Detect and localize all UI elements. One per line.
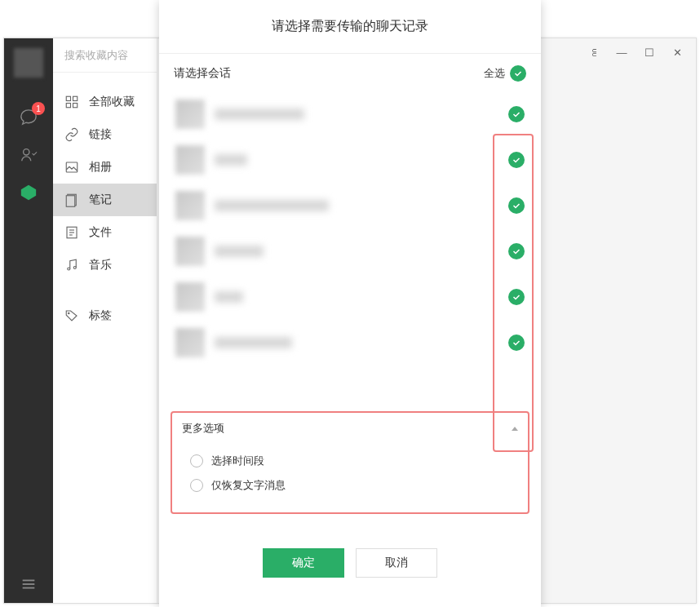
contacts-icon[interactable] <box>4 136 53 174</box>
svg-point-16 <box>73 267 76 269</box>
conversation-name <box>215 200 329 211</box>
svg-point-0 <box>24 149 29 155</box>
conversation-item[interactable] <box>171 137 529 183</box>
close-button[interactable]: ✕ <box>663 42 691 63</box>
check-icon[interactable] <box>508 152 525 168</box>
cat-label: 全部收藏 <box>89 95 135 109</box>
chat-icon[interactable]: 1 <box>4 99 53 136</box>
chevron-up-icon <box>512 427 518 431</box>
main-sidebar: 1 <box>4 38 53 603</box>
svg-rect-8 <box>66 162 78 172</box>
transfer-modal: 请选择需要传输的聊天记录 请选择会话 全选 <box>159 0 541 607</box>
option-text-only[interactable]: 仅恢复文字消息 <box>182 473 518 498</box>
cat-tags[interactable]: 标签 <box>53 299 157 332</box>
svg-rect-10 <box>66 196 75 207</box>
cat-label: 音乐 <box>89 258 112 272</box>
avatar <box>175 282 205 312</box>
pin-button[interactable]: ⫕ <box>580 42 608 63</box>
conversation-name <box>215 246 264 257</box>
conversation-item[interactable] <box>171 91 529 137</box>
avatar <box>175 237 205 266</box>
radio-icon <box>190 479 203 492</box>
avatar <box>175 328 205 357</box>
avatar <box>175 191 205 220</box>
maximize-button[interactable]: ☐ <box>636 42 663 63</box>
svg-rect-6 <box>66 104 70 108</box>
favorites-icon[interactable] <box>4 174 53 211</box>
conversation-name <box>215 337 292 348</box>
cancel-button[interactable]: 取消 <box>356 548 437 578</box>
cat-photos[interactable]: 相册 <box>53 151 157 184</box>
check-icon[interactable] <box>508 335 525 351</box>
radio-icon <box>190 454 203 467</box>
conversation-list <box>171 91 529 401</box>
svg-rect-7 <box>73 104 78 108</box>
check-icon[interactable] <box>508 289 525 305</box>
conversation-name <box>215 109 304 120</box>
modal-title: 请选择需要传输的聊天记录 <box>159 0 541 54</box>
avatar <box>175 145 205 175</box>
avatar <box>175 100 205 129</box>
svg-rect-5 <box>73 96 78 100</box>
more-options-panel: 更多选项 选择时间段 仅恢复文字消息 <box>171 411 529 514</box>
select-conversation-label: 请选择会话 <box>174 66 231 81</box>
select-all-toggle[interactable]: 全选 <box>484 65 526 82</box>
cat-label: 链接 <box>89 127 112 142</box>
check-icon[interactable] <box>508 243 525 259</box>
option-time-range[interactable]: 选择时间段 <box>182 449 518 473</box>
svg-point-17 <box>69 312 70 314</box>
chat-badge: 1 <box>32 102 45 115</box>
cat-files[interactable]: 文件 <box>53 216 157 249</box>
check-icon <box>510 65 526 82</box>
conversation-name <box>215 291 243 303</box>
cat-music[interactable]: 音乐 <box>53 249 157 281</box>
confirm-button[interactable]: 确定 <box>263 548 344 578</box>
cat-all[interactable]: 全部收藏 <box>53 86 157 118</box>
svg-rect-4 <box>66 96 70 100</box>
cat-label: 相册 <box>89 160 112 175</box>
search-input[interactable]: 搜索收藏内容 <box>53 38 157 73</box>
check-icon[interactable] <box>508 197 525 214</box>
category-sidebar: 搜索收藏内容 全部收藏 链接 相册 笔记 文件 <box>53 38 157 603</box>
cat-notes[interactable]: 笔记 <box>53 184 157 216</box>
conversation-item[interactable] <box>171 228 529 274</box>
menu-icon[interactable] <box>4 565 53 603</box>
svg-point-15 <box>68 268 70 270</box>
conversation-item[interactable] <box>171 320 529 366</box>
more-options-toggle[interactable]: 更多选项 <box>182 421 518 436</box>
check-icon[interactable] <box>508 106 525 122</box>
conversation-name <box>215 154 247 166</box>
conversation-item[interactable] <box>171 274 529 320</box>
cat-label: 笔记 <box>89 193 112 207</box>
cat-links[interactable]: 链接 <box>53 118 157 151</box>
conversation-item[interactable] <box>171 183 529 228</box>
cat-label: 文件 <box>89 225 112 240</box>
user-avatar[interactable] <box>14 48 43 78</box>
minimize-button[interactable]: — <box>608 42 636 63</box>
cat-label: 标签 <box>89 308 112 323</box>
